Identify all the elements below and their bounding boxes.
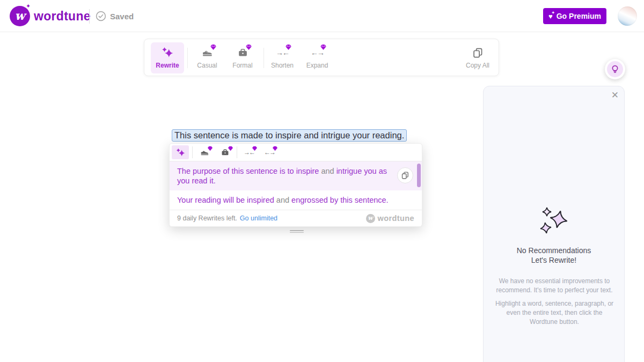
- premium-gem-icon: [272, 145, 278, 153]
- premium-gem-icon: [252, 145, 258, 153]
- expand-arrows-icon: ←→: [311, 47, 323, 58]
- lightbulb-icon: [607, 61, 623, 77]
- shorten-arrows-icon: →←: [276, 47, 288, 58]
- user-avatar[interactable]: [618, 6, 637, 26]
- formal-label: Formal: [232, 62, 252, 69]
- saved-label: Saved: [110, 12, 134, 21]
- rewrite-label: Rewrite: [156, 62, 179, 69]
- suggestion-list: The purpose of this sentence is to inspi…: [170, 161, 422, 210]
- copy-icon: [472, 47, 484, 58]
- copy-all-button[interactable]: Copy All: [461, 42, 494, 73]
- shorten-button[interactable]: →← Shorten: [266, 42, 299, 73]
- wordtune-suggestions-button[interactable]: [605, 59, 625, 79]
- wordtune-app: w ✦ wordtune Saved ♥✦ Go Premium Rewrite: [0, 0, 644, 362]
- panel-body-text: We have no essential improvements to rec…: [492, 277, 617, 295]
- premium-gem-icon: [228, 145, 233, 153]
- suggestion-row[interactable]: Your reading will be inspired and engros…: [170, 190, 422, 210]
- premium-gem-icon: [245, 44, 252, 52]
- rewrite-button[interactable]: Rewrite: [151, 42, 184, 73]
- copy-suggestion-button[interactable]: [397, 167, 413, 183]
- panel-title-line2: Let's Rewrite!: [484, 255, 624, 265]
- suggestion-row[interactable]: The purpose of this sentence is to inspi…: [170, 161, 422, 190]
- close-icon[interactable]: ✕: [611, 90, 619, 101]
- premium-gem-icon: [285, 44, 292, 52]
- copy-all-label: Copy All: [466, 62, 489, 69]
- suggestion-text-segment: engrossed by this sentence.: [289, 196, 389, 204]
- sneaker-icon: [200, 147, 209, 157]
- premium-gem-icon: [207, 145, 213, 153]
- heart-sparkle-icon: ♥✦: [548, 13, 553, 20]
- save-status: Saved: [96, 11, 134, 21]
- panel-title-line1: No Recommendations: [484, 246, 624, 255]
- logo-letter: w: [15, 9, 25, 23]
- popup-shorten-button[interactable]: →←: [240, 145, 258, 159]
- recommendations-panel: ✕ No Recommendations Let's Rewrite! We h…: [483, 86, 625, 362]
- premium-gem-icon: [210, 44, 217, 52]
- rewrites-remaining-label: 9 daily Rewrites left.: [177, 215, 237, 222]
- header-divider: [89, 9, 90, 24]
- sparkles-icon: [175, 147, 185, 157]
- suggestion-text-segment: The purpose of this sentence is to inspi…: [177, 167, 321, 175]
- selected-sentence[interactable]: This sentence is made to inspire and int…: [172, 129, 407, 142]
- briefcase-icon: [220, 147, 230, 157]
- logo-sparkle-icon: ✦: [26, 3, 31, 10]
- check-circle-icon: [96, 11, 106, 21]
- popup-expand-button[interactable]: ←→: [261, 145, 278, 159]
- briefcase-icon: [237, 47, 248, 58]
- casual-label: Casual: [197, 62, 217, 69]
- sneaker-icon: [201, 47, 213, 58]
- shorten-arrows-icon: →←: [244, 147, 254, 157]
- formal-button[interactable]: Formal: [226, 42, 259, 73]
- rewrite-toolbar: Rewrite Casual Formal →←: [144, 39, 499, 76]
- expand-button[interactable]: ←→ Expand: [301, 42, 334, 73]
- shorten-label: Shorten: [271, 62, 294, 69]
- toolbar-divider: [187, 48, 188, 68]
- wordtune-logo-icon: w: [366, 214, 375, 223]
- go-premium-button[interactable]: ♥✦ Go Premium: [543, 8, 606, 24]
- go-premium-label: Go Premium: [557, 12, 601, 20]
- brand-name: wordtune: [34, 9, 91, 24]
- popup-rewrite-button[interactable]: [172, 145, 189, 159]
- header: w ✦ wordtune Saved ♥✦ Go Premium: [0, 0, 644, 32]
- popup-resize-handle[interactable]: [290, 230, 304, 234]
- suggestion-text-segment: and: [276, 196, 289, 204]
- suggestion-text-segment: Your reading will be inspired: [177, 196, 276, 204]
- casual-button[interactable]: Casual: [191, 42, 224, 73]
- panel-instruction-text: Highlight a word, sentence, paragraph, o…: [492, 299, 617, 327]
- panel-title: No Recommendations Let's Rewrite!: [484, 246, 624, 265]
- rewrite-popup: →← ←→ The purpose of this sentence is to…: [169, 143, 422, 227]
- wordtune-watermark: w wordtune: [366, 214, 414, 223]
- popup-formal-button[interactable]: [216, 145, 233, 159]
- go-unlimited-link[interactable]: Go unlimited: [240, 215, 277, 222]
- popup-toolbar-divider: [237, 146, 237, 158]
- popup-scrollbar-thumb[interactable]: [417, 164, 421, 187]
- sparkles-icon: [162, 47, 173, 58]
- popup-toolbar-divider: [192, 146, 193, 158]
- copy-icon: [401, 172, 409, 179]
- popup-casual-button[interactable]: [196, 145, 213, 159]
- expand-label: Expand: [306, 62, 328, 69]
- popup-footer: 9 daily Rewrites left. Go unlimited w wo…: [170, 210, 422, 226]
- sparkle-stars-illustration: [535, 205, 572, 239]
- premium-gem-icon: [320, 44, 327, 52]
- popup-toolbar: →← ←→: [170, 144, 422, 161]
- expand-arrows-icon: ←→: [265, 147, 274, 157]
- toolbar-divider: [264, 48, 264, 68]
- suggestion-text-segment: and: [321, 167, 334, 175]
